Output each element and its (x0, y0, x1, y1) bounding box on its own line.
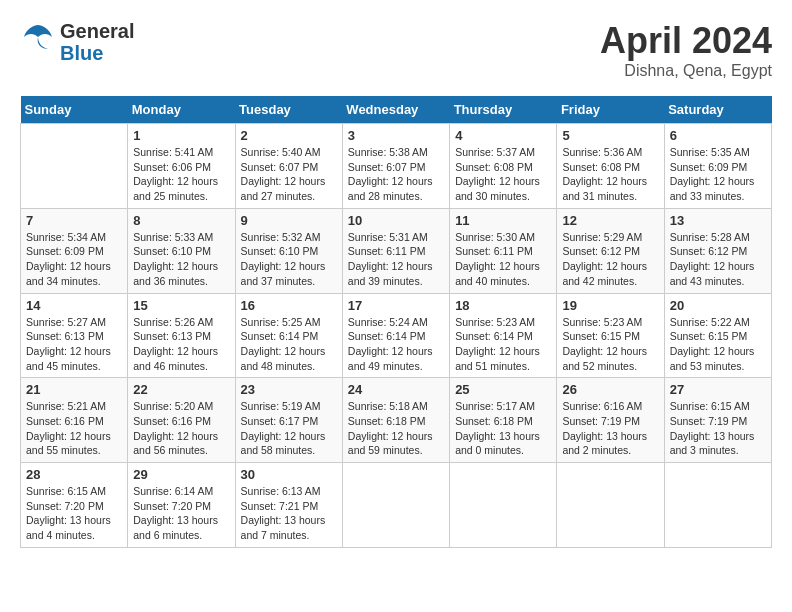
day-of-week-header: Friday (557, 96, 664, 124)
day-number: 12 (562, 213, 658, 228)
day-number: 28 (26, 467, 122, 482)
cell-info: Sunrise: 5:31 AM Sunset: 6:11 PM Dayligh… (348, 230, 444, 289)
cell-info: Sunrise: 5:23 AM Sunset: 6:15 PM Dayligh… (562, 315, 658, 374)
calendar-cell (664, 463, 771, 548)
calendar-week-row: 1Sunrise: 5:41 AM Sunset: 6:06 PM Daylig… (21, 124, 772, 209)
cell-info: Sunrise: 5:18 AM Sunset: 6:18 PM Dayligh… (348, 399, 444, 458)
cell-info: Sunrise: 6:16 AM Sunset: 7:19 PM Dayligh… (562, 399, 658, 458)
title-area: April 2024 Dishna, Qena, Egypt (600, 20, 772, 80)
day-number: 21 (26, 382, 122, 397)
cell-info: Sunrise: 5:37 AM Sunset: 6:08 PM Dayligh… (455, 145, 551, 204)
calendar-subtitle: Dishna, Qena, Egypt (600, 62, 772, 80)
day-number: 30 (241, 467, 337, 482)
day-number: 11 (455, 213, 551, 228)
cell-info: Sunrise: 5:17 AM Sunset: 6:18 PM Dayligh… (455, 399, 551, 458)
day-number: 16 (241, 298, 337, 313)
day-of-week-header: Sunday (21, 96, 128, 124)
day-number: 13 (670, 213, 766, 228)
calendar-cell: 15Sunrise: 5:26 AM Sunset: 6:13 PM Dayli… (128, 293, 235, 378)
calendar-week-row: 21Sunrise: 5:21 AM Sunset: 6:16 PM Dayli… (21, 378, 772, 463)
day-number: 2 (241, 128, 337, 143)
day-number: 6 (670, 128, 766, 143)
calendar-cell: 13Sunrise: 5:28 AM Sunset: 6:12 PM Dayli… (664, 208, 771, 293)
calendar-cell: 16Sunrise: 5:25 AM Sunset: 6:14 PM Dayli… (235, 293, 342, 378)
cell-info: Sunrise: 5:23 AM Sunset: 6:14 PM Dayligh… (455, 315, 551, 374)
calendar-cell: 2Sunrise: 5:40 AM Sunset: 6:07 PM Daylig… (235, 124, 342, 209)
calendar-cell: 12Sunrise: 5:29 AM Sunset: 6:12 PM Dayli… (557, 208, 664, 293)
day-number: 3 (348, 128, 444, 143)
day-number: 23 (241, 382, 337, 397)
day-number: 19 (562, 298, 658, 313)
calendar-cell: 17Sunrise: 5:24 AM Sunset: 6:14 PM Dayli… (342, 293, 449, 378)
calendar-cell: 3Sunrise: 5:38 AM Sunset: 6:07 PM Daylig… (342, 124, 449, 209)
day-number: 26 (562, 382, 658, 397)
cell-info: Sunrise: 6:15 AM Sunset: 7:20 PM Dayligh… (26, 484, 122, 543)
calendar-cell: 5Sunrise: 5:36 AM Sunset: 6:08 PM Daylig… (557, 124, 664, 209)
calendar-cell: 29Sunrise: 6:14 AM Sunset: 7:20 PM Dayli… (128, 463, 235, 548)
cell-info: Sunrise: 6:14 AM Sunset: 7:20 PM Dayligh… (133, 484, 229, 543)
calendar-cell: 10Sunrise: 5:31 AM Sunset: 6:11 PM Dayli… (342, 208, 449, 293)
logo-blue: Blue (60, 42, 103, 64)
cell-info: Sunrise: 5:21 AM Sunset: 6:16 PM Dayligh… (26, 399, 122, 458)
calendar-cell: 11Sunrise: 5:30 AM Sunset: 6:11 PM Dayli… (450, 208, 557, 293)
day-number: 15 (133, 298, 229, 313)
logo-bird-icon (20, 21, 56, 63)
calendar-cell: 9Sunrise: 5:32 AM Sunset: 6:10 PM Daylig… (235, 208, 342, 293)
calendar-cell: 27Sunrise: 6:15 AM Sunset: 7:19 PM Dayli… (664, 378, 771, 463)
cell-info: Sunrise: 6:15 AM Sunset: 7:19 PM Dayligh… (670, 399, 766, 458)
calendar-cell: 4Sunrise: 5:37 AM Sunset: 6:08 PM Daylig… (450, 124, 557, 209)
day-number: 17 (348, 298, 444, 313)
calendar-cell: 1Sunrise: 5:41 AM Sunset: 6:06 PM Daylig… (128, 124, 235, 209)
cell-info: Sunrise: 5:40 AM Sunset: 6:07 PM Dayligh… (241, 145, 337, 204)
cell-info: Sunrise: 5:41 AM Sunset: 6:06 PM Dayligh… (133, 145, 229, 204)
cell-info: Sunrise: 5:33 AM Sunset: 6:10 PM Dayligh… (133, 230, 229, 289)
calendar-cell: 26Sunrise: 6:16 AM Sunset: 7:19 PM Dayli… (557, 378, 664, 463)
day-of-week-header: Thursday (450, 96, 557, 124)
day-number: 10 (348, 213, 444, 228)
calendar-table: SundayMondayTuesdayWednesdayThursdayFrid… (20, 96, 772, 548)
day-number: 8 (133, 213, 229, 228)
calendar-cell: 24Sunrise: 5:18 AM Sunset: 6:18 PM Dayli… (342, 378, 449, 463)
cell-info: Sunrise: 5:27 AM Sunset: 6:13 PM Dayligh… (26, 315, 122, 374)
calendar-cell: 20Sunrise: 5:22 AM Sunset: 6:15 PM Dayli… (664, 293, 771, 378)
day-number: 7 (26, 213, 122, 228)
calendar-header-row: SundayMondayTuesdayWednesdayThursdayFrid… (21, 96, 772, 124)
day-number: 24 (348, 382, 444, 397)
cell-info: Sunrise: 5:38 AM Sunset: 6:07 PM Dayligh… (348, 145, 444, 204)
calendar-cell: 8Sunrise: 5:33 AM Sunset: 6:10 PM Daylig… (128, 208, 235, 293)
cell-info: Sunrise: 5:22 AM Sunset: 6:15 PM Dayligh… (670, 315, 766, 374)
day-number: 4 (455, 128, 551, 143)
calendar-cell: 25Sunrise: 5:17 AM Sunset: 6:18 PM Dayli… (450, 378, 557, 463)
cell-info: Sunrise: 5:19 AM Sunset: 6:17 PM Dayligh… (241, 399, 337, 458)
cell-info: Sunrise: 5:25 AM Sunset: 6:14 PM Dayligh… (241, 315, 337, 374)
day-of-week-header: Monday (128, 96, 235, 124)
calendar-cell (557, 463, 664, 548)
calendar-cell: 7Sunrise: 5:34 AM Sunset: 6:09 PM Daylig… (21, 208, 128, 293)
calendar-title: April 2024 (600, 20, 772, 62)
calendar-cell: 22Sunrise: 5:20 AM Sunset: 6:16 PM Dayli… (128, 378, 235, 463)
day-of-week-header: Tuesday (235, 96, 342, 124)
calendar-cell: 23Sunrise: 5:19 AM Sunset: 6:17 PM Dayli… (235, 378, 342, 463)
calendar-cell: 14Sunrise: 5:27 AM Sunset: 6:13 PM Dayli… (21, 293, 128, 378)
day-number: 29 (133, 467, 229, 482)
calendar-cell: 19Sunrise: 5:23 AM Sunset: 6:15 PM Dayli… (557, 293, 664, 378)
day-number: 9 (241, 213, 337, 228)
calendar-cell: 6Sunrise: 5:35 AM Sunset: 6:09 PM Daylig… (664, 124, 771, 209)
cell-info: Sunrise: 5:32 AM Sunset: 6:10 PM Dayligh… (241, 230, 337, 289)
calendar-cell: 21Sunrise: 5:21 AM Sunset: 6:16 PM Dayli… (21, 378, 128, 463)
day-number: 1 (133, 128, 229, 143)
logo-general: General (60, 20, 134, 42)
cell-info: Sunrise: 5:24 AM Sunset: 6:14 PM Dayligh… (348, 315, 444, 374)
cell-info: Sunrise: 5:34 AM Sunset: 6:09 PM Dayligh… (26, 230, 122, 289)
day-number: 18 (455, 298, 551, 313)
day-number: 22 (133, 382, 229, 397)
page-header: General Blue April 2024 Dishna, Qena, Eg… (20, 20, 772, 80)
day-number: 27 (670, 382, 766, 397)
cell-info: Sunrise: 5:20 AM Sunset: 6:16 PM Dayligh… (133, 399, 229, 458)
calendar-week-row: 14Sunrise: 5:27 AM Sunset: 6:13 PM Dayli… (21, 293, 772, 378)
cell-info: Sunrise: 6:13 AM Sunset: 7:21 PM Dayligh… (241, 484, 337, 543)
day-of-week-header: Saturday (664, 96, 771, 124)
calendar-cell: 30Sunrise: 6:13 AM Sunset: 7:21 PM Dayli… (235, 463, 342, 548)
day-number: 5 (562, 128, 658, 143)
cell-info: Sunrise: 5:36 AM Sunset: 6:08 PM Dayligh… (562, 145, 658, 204)
